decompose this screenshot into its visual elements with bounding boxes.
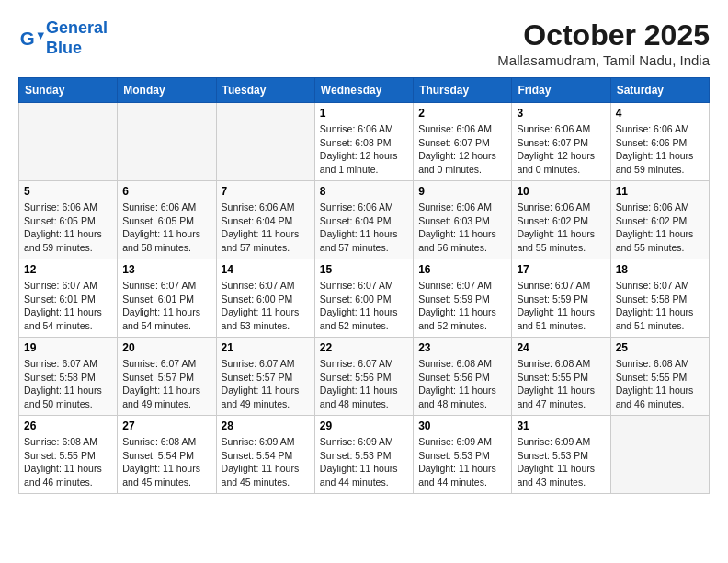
weekday-header-sunday: Sunday <box>19 78 118 103</box>
calendar-cell: 24Sunrise: 6:08 AM Sunset: 5:55 PM Dayli… <box>512 338 610 416</box>
weekday-header-thursday: Thursday <box>414 78 512 103</box>
calendar-table: SundayMondayTuesdayWednesdayThursdayFrid… <box>18 77 710 494</box>
calendar-cell: 23Sunrise: 6:08 AM Sunset: 5:56 PM Dayli… <box>414 338 512 416</box>
day-number: 27 <box>122 419 210 432</box>
location: Mallasamudram, Tamil Nadu, India <box>497 52 710 68</box>
calendar-cell: 30Sunrise: 6:09 AM Sunset: 5:53 PM Dayli… <box>414 416 512 494</box>
calendar-cell <box>610 416 709 494</box>
calendar-cell: 14Sunrise: 6:07 AM Sunset: 6:00 PM Dayli… <box>216 259 314 338</box>
day-info: Sunrise: 6:06 AM Sunset: 6:05 PM Dayligh… <box>122 201 210 255</box>
day-number: 22 <box>320 341 408 354</box>
day-number: 18 <box>616 263 704 276</box>
calendar-cell: 27Sunrise: 6:08 AM Sunset: 5:54 PM Dayli… <box>118 416 216 494</box>
day-number: 17 <box>517 263 605 276</box>
day-info: Sunrise: 6:09 AM Sunset: 5:53 PM Dayligh… <box>517 435 605 489</box>
calendar-week-3: 12Sunrise: 6:07 AM Sunset: 6:01 PM Dayli… <box>19 259 710 338</box>
day-number: 8 <box>320 185 408 198</box>
day-info: Sunrise: 6:08 AM Sunset: 5:55 PM Dayligh… <box>517 357 605 411</box>
calendar-week-4: 19Sunrise: 6:07 AM Sunset: 5:58 PM Dayli… <box>19 338 710 416</box>
page-header: G General Blue October 2025 Mallasamudra… <box>18 18 710 68</box>
day-number: 21 <box>222 341 310 354</box>
calendar-cell: 13Sunrise: 6:07 AM Sunset: 6:01 PM Dayli… <box>118 259 216 338</box>
day-info: Sunrise: 6:07 AM Sunset: 5:57 PM Dayligh… <box>122 357 210 411</box>
day-info: Sunrise: 6:07 AM Sunset: 5:59 PM Dayligh… <box>418 279 506 333</box>
day-info: Sunrise: 6:08 AM Sunset: 5:55 PM Dayligh… <box>616 357 704 411</box>
weekday-header-wednesday: Wednesday <box>314 78 413 103</box>
calendar-cell: 10Sunrise: 6:06 AM Sunset: 6:02 PM Dayli… <box>512 181 610 259</box>
calendar-cell: 28Sunrise: 6:09 AM Sunset: 5:54 PM Dayli… <box>216 416 314 494</box>
calendar-cell <box>118 103 216 181</box>
calendar-cell: 9Sunrise: 6:06 AM Sunset: 6:03 PM Daylig… <box>414 181 512 259</box>
day-number: 28 <box>222 419 310 432</box>
calendar-cell: 15Sunrise: 6:07 AM Sunset: 6:00 PM Dayli… <box>314 259 413 338</box>
calendar-cell: 12Sunrise: 6:07 AM Sunset: 6:01 PM Dayli… <box>19 259 118 338</box>
logo-text: General Blue <box>46 18 108 58</box>
day-info: Sunrise: 6:09 AM Sunset: 5:53 PM Dayligh… <box>418 435 506 489</box>
day-number: 9 <box>418 185 506 198</box>
calendar-cell: 31Sunrise: 6:09 AM Sunset: 5:53 PM Dayli… <box>512 416 610 494</box>
calendar-cell: 26Sunrise: 6:08 AM Sunset: 5:55 PM Dayli… <box>19 416 118 494</box>
day-info: Sunrise: 6:06 AM Sunset: 6:06 PM Dayligh… <box>616 122 704 177</box>
day-number: 13 <box>122 263 210 276</box>
day-number: 7 <box>222 185 310 198</box>
day-info: Sunrise: 6:09 AM Sunset: 5:54 PM Dayligh… <box>222 435 310 489</box>
month-title: October 2025 <box>497 18 710 52</box>
day-info: Sunrise: 6:06 AM Sunset: 6:08 PM Dayligh… <box>320 122 408 177</box>
day-number: 1 <box>320 107 408 120</box>
day-number: 24 <box>517 341 605 354</box>
day-number: 4 <box>616 107 704 120</box>
day-info: Sunrise: 6:07 AM Sunset: 6:01 PM Dayligh… <box>122 279 210 333</box>
weekday-header-row: SundayMondayTuesdayWednesdayThursdayFrid… <box>19 78 710 103</box>
logo: G General Blue <box>18 18 108 58</box>
logo-line2: Blue <box>46 39 82 57</box>
calendar-cell: 2Sunrise: 6:06 AM Sunset: 6:07 PM Daylig… <box>414 103 512 181</box>
svg-text:G: G <box>20 27 35 48</box>
calendar-cell: 3Sunrise: 6:06 AM Sunset: 6:07 PM Daylig… <box>512 103 610 181</box>
day-info: Sunrise: 6:06 AM Sunset: 6:02 PM Dayligh… <box>616 201 704 255</box>
day-info: Sunrise: 6:08 AM Sunset: 5:55 PM Dayligh… <box>24 435 112 489</box>
calendar-cell: 19Sunrise: 6:07 AM Sunset: 5:58 PM Dayli… <box>19 338 118 416</box>
day-info: Sunrise: 6:06 AM Sunset: 6:05 PM Dayligh… <box>24 201 112 255</box>
day-info: Sunrise: 6:07 AM Sunset: 6:00 PM Dayligh… <box>222 279 310 333</box>
day-number: 5 <box>24 185 112 198</box>
day-number: 14 <box>222 263 310 276</box>
day-number: 3 <box>517 107 605 120</box>
day-info: Sunrise: 6:07 AM Sunset: 5:57 PM Dayligh… <box>222 357 310 411</box>
day-number: 29 <box>320 419 408 432</box>
day-number: 20 <box>122 341 210 354</box>
calendar-cell: 25Sunrise: 6:08 AM Sunset: 5:55 PM Dayli… <box>610 338 709 416</box>
weekday-header-monday: Monday <box>118 78 216 103</box>
weekday-header-saturday: Saturday <box>610 78 709 103</box>
day-number: 30 <box>418 419 506 432</box>
day-number: 2 <box>418 107 506 120</box>
day-info: Sunrise: 6:07 AM Sunset: 5:59 PM Dayligh… <box>517 279 605 333</box>
day-number: 23 <box>418 341 506 354</box>
calendar-cell: 6Sunrise: 6:06 AM Sunset: 6:05 PM Daylig… <box>118 181 216 259</box>
day-number: 11 <box>616 185 704 198</box>
calendar-cell <box>216 103 314 181</box>
day-info: Sunrise: 6:07 AM Sunset: 5:58 PM Dayligh… <box>616 279 704 333</box>
calendar-cell: 7Sunrise: 6:06 AM Sunset: 6:04 PM Daylig… <box>216 181 314 259</box>
day-number: 19 <box>24 341 112 354</box>
day-info: Sunrise: 6:07 AM Sunset: 5:56 PM Dayligh… <box>320 357 408 411</box>
day-info: Sunrise: 6:07 AM Sunset: 6:01 PM Dayligh… <box>24 279 112 333</box>
day-number: 31 <box>517 419 605 432</box>
day-info: Sunrise: 6:06 AM Sunset: 6:03 PM Dayligh… <box>418 201 506 255</box>
day-info: Sunrise: 6:09 AM Sunset: 5:53 PM Dayligh… <box>320 435 408 489</box>
day-info: Sunrise: 6:06 AM Sunset: 6:07 PM Dayligh… <box>418 122 506 177</box>
day-number: 6 <box>122 185 210 198</box>
calendar-cell <box>19 103 118 181</box>
calendar-week-2: 5Sunrise: 6:06 AM Sunset: 6:05 PM Daylig… <box>19 181 710 259</box>
calendar-cell: 5Sunrise: 6:06 AM Sunset: 6:05 PM Daylig… <box>19 181 118 259</box>
calendar-cell: 8Sunrise: 6:06 AM Sunset: 6:04 PM Daylig… <box>314 181 413 259</box>
calendar-cell: 11Sunrise: 6:06 AM Sunset: 6:02 PM Dayli… <box>610 181 709 259</box>
calendar-week-1: 1Sunrise: 6:06 AM Sunset: 6:08 PM Daylig… <box>19 103 710 181</box>
calendar-cell: 18Sunrise: 6:07 AM Sunset: 5:58 PM Dayli… <box>610 259 709 338</box>
day-number: 26 <box>24 419 112 432</box>
day-info: Sunrise: 6:07 AM Sunset: 6:00 PM Dayligh… <box>320 279 408 333</box>
day-info: Sunrise: 6:08 AM Sunset: 5:56 PM Dayligh… <box>418 357 506 411</box>
calendar-cell: 16Sunrise: 6:07 AM Sunset: 5:59 PM Dayli… <box>414 259 512 338</box>
calendar-cell: 4Sunrise: 6:06 AM Sunset: 6:06 PM Daylig… <box>610 103 709 181</box>
calendar-cell: 17Sunrise: 6:07 AM Sunset: 5:59 PM Dayli… <box>512 259 610 338</box>
day-info: Sunrise: 6:06 AM Sunset: 6:02 PM Dayligh… <box>517 201 605 255</box>
